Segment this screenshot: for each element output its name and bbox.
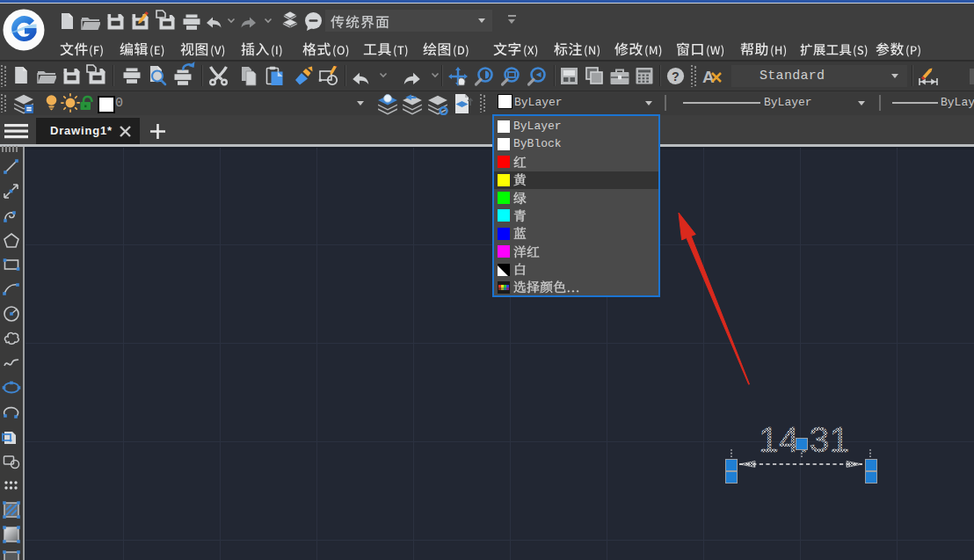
svg-text:?: ? [672,69,680,84]
svg-text:A: A [702,68,715,86]
